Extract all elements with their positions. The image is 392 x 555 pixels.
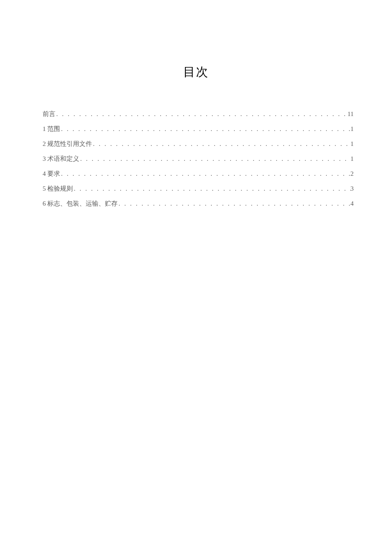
toc-entry-label: 5 检验规则 <box>43 185 73 193</box>
toc-entry-page: 1 <box>351 155 354 163</box>
toc-dot-leader: . . . . . . . . . . . . . . . . . . . . … <box>79 155 350 163</box>
toc-dot-leader: . . . . . . . . . . . . . . . . . . . . … <box>118 200 350 207</box>
toc-entry-label: 1 范围 <box>43 125 60 133</box>
toc-dot-leader: . . . . . . . . . . . . . . . . . . . . … <box>92 140 350 148</box>
toc-entry-page: 1 <box>351 125 354 133</box>
toc-entry-page: 1 <box>351 140 354 148</box>
table-of-contents: 前言 . . . . . . . . . . . . . . . . . . .… <box>0 80 392 208</box>
toc-dot-leader: . . . . . . . . . . . . . . . . . . . . … <box>55 110 348 118</box>
toc-entry: 前言 . . . . . . . . . . . . . . . . . . .… <box>43 110 354 118</box>
toc-entry-label: 4 要求 <box>43 170 60 178</box>
page-title: 目次 <box>0 0 392 80</box>
toc-entry: 5 检验规则 . . . . . . . . . . . . . . . . .… <box>43 185 354 193</box>
toc-entry: 6 标志、包装、运输、贮存 . . . . . . . . . . . . . … <box>43 200 354 208</box>
toc-dot-leader: . . . . . . . . . . . . . . . . . . . . … <box>60 170 350 177</box>
toc-entry-page: 3 <box>351 185 354 192</box>
toc-entry-label: 2 规范性引用文件 <box>43 140 92 148</box>
toc-entry: 4 要求 . . . . . . . . . . . . . . . . . .… <box>43 170 354 178</box>
toc-dot-leader: . . . . . . . . . . . . . . . . . . . . … <box>60 125 350 133</box>
toc-dot-leader: . . . . . . . . . . . . . . . . . . . . … <box>73 185 350 192</box>
toc-entry: 2 规范性引用文件 . . . . . . . . . . . . . . . … <box>43 140 354 148</box>
toc-entry-page: 11 <box>348 110 354 118</box>
toc-entry-label: 3 术语和定义 <box>43 155 79 163</box>
toc-entry: 3 术语和定义 . . . . . . . . . . . . . . . . … <box>43 155 354 163</box>
toc-entry-page: 4 <box>351 200 354 207</box>
toc-entry-label: 前言 <box>43 110 55 118</box>
toc-entry-label: 6 标志、包装、运输、贮存 <box>43 200 118 208</box>
toc-entry: 1 范围 . . . . . . . . . . . . . . . . . .… <box>43 125 354 133</box>
toc-entry-page: 2 <box>351 170 354 177</box>
